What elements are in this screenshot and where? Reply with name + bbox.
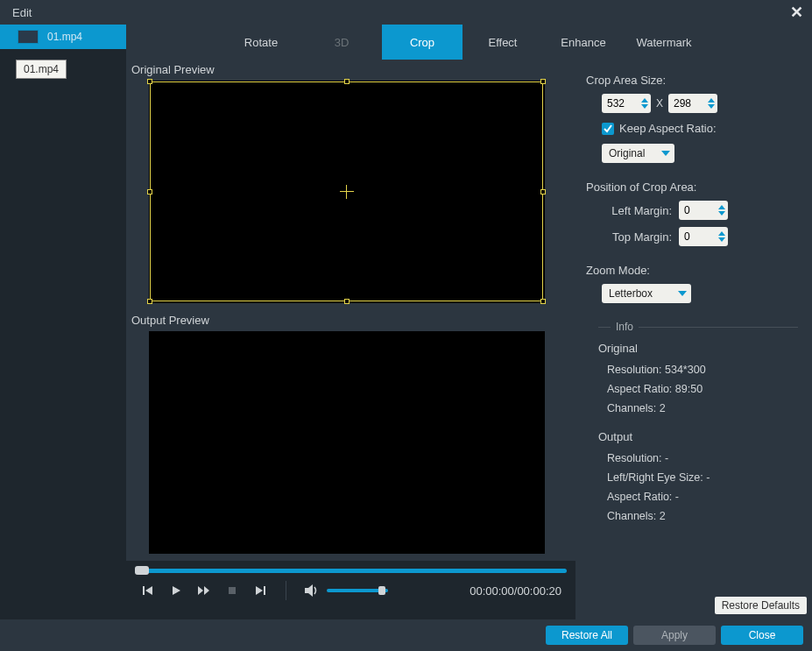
crop-frame[interactable] [150, 81, 543, 301]
file-name: 01.mp4 [47, 31, 82, 43]
svg-marker-12 [708, 104, 715, 109]
tabs-bar: Rotate 3D Crop Effect Enhance Watermark [126, 25, 812, 60]
info-output-channels: Channels: 2 [607, 506, 798, 526]
info-original: Original Resolution: 534*300 Aspect Rati… [598, 342, 798, 418]
svg-marker-3 [198, 586, 203, 595]
tab-enhance[interactable]: Enhance [543, 25, 624, 60]
file-tab[interactable]: 01.mp4 [0, 25, 126, 49]
separator [286, 581, 286, 600]
left-margin-spinner[interactable] [679, 201, 728, 220]
crop-handle-right[interactable] [540, 189, 546, 195]
svg-marker-6 [256, 586, 263, 595]
main-area: 01.mp4 01.mp4 Rotate 3D Crop Effect Enha… [0, 25, 812, 619]
info-output-eye: Left/Right Eye Size: - [607, 468, 798, 487]
seek-bar[interactable] [135, 566, 567, 575]
stop-button[interactable] [224, 583, 240, 598]
left-margin-input[interactable] [679, 204, 716, 216]
crop-handle-bottom[interactable] [344, 299, 350, 304]
crop-handle-top-right[interactable] [540, 79, 546, 84]
svg-marker-11 [708, 98, 715, 103]
play-button[interactable] [168, 583, 184, 598]
top-margin-label: Top Margin: [602, 230, 672, 244]
original-video [149, 81, 545, 303]
volume-thumb[interactable] [378, 586, 385, 595]
restore-defaults-button[interactable]: Restore Defaults [715, 597, 807, 614]
svg-marker-16 [718, 231, 725, 236]
settings-panel: Crop Area Size: X [575, 60, 812, 619]
prev-button[interactable] [140, 583, 156, 598]
volume-slider[interactable] [327, 589, 388, 592]
volume-control [304, 583, 388, 598]
tab-effect[interactable]: Effect [462, 25, 543, 60]
aspect-ratio-select[interactable]: Original [602, 144, 674, 163]
svg-rect-7 [264, 586, 265, 595]
crop-height-input[interactable] [668, 97, 705, 110]
info-output-aspect: Aspect Ratio: - [607, 487, 798, 506]
crosshair-icon [340, 185, 354, 199]
position-group: Position of Crop Area: Left Margin: To [586, 180, 798, 246]
svg-marker-14 [718, 205, 725, 209]
info-output-title: Output [598, 430, 798, 443]
info-output-resolution: Resolution: - [607, 449, 798, 468]
info-original-channels: Channels: 2 [607, 399, 798, 418]
chevron-down-icon [660, 150, 671, 157]
next-button[interactable] [252, 583, 268, 598]
controls-row: 00:00:00/00:00:20 [135, 575, 567, 606]
info-heading: Info [598, 321, 798, 333]
fast-forward-button[interactable] [196, 583, 212, 598]
file-tooltip: 01.mp4 [16, 60, 67, 79]
crop-height-spinner[interactable] [668, 94, 717, 113]
preview-column: Original Preview [126, 60, 575, 619]
tab-crop[interactable]: Crop [382, 25, 462, 60]
svg-marker-8 [305, 584, 313, 597]
top-margin-input[interactable] [679, 230, 716, 243]
left-margin-label: Left Margin: [602, 204, 672, 217]
close-icon[interactable]: ✕ [790, 4, 803, 20]
crop-handle-bottom-left[interactable] [147, 299, 152, 304]
svg-rect-0 [143, 586, 145, 595]
center-wrap: Rotate 3D Crop Effect Enhance Watermark … [126, 25, 812, 619]
crop-handle-bottom-right[interactable] [540, 299, 546, 304]
spinner-buttons-icon[interactable] [716, 231, 728, 242]
close-button[interactable]: Close [721, 626, 803, 645]
restore-all-button[interactable]: Restore All [546, 626, 628, 645]
workspace: Original Preview [126, 60, 812, 619]
apply-button: Apply [633, 626, 716, 645]
output-video [149, 331, 545, 554]
svg-marker-13 [661, 151, 670, 156]
info-original-resolution: Resolution: 534*300 [607, 360, 798, 379]
original-preview-stage [126, 79, 575, 310]
info-output: Output Resolution: - Left/Right Eye Size… [598, 430, 798, 526]
crop-width-input[interactable] [602, 97, 639, 110]
seek-thumb[interactable] [135, 566, 149, 575]
crop-handle-top-left[interactable] [147, 79, 152, 84]
crop-width-spinner[interactable] [602, 94, 651, 113]
spinner-buttons-icon[interactable] [705, 98, 717, 109]
zoom-label: Zoom Mode: [586, 264, 798, 277]
volume-icon[interactable] [304, 583, 320, 598]
zoom-mode-value: Letterbox [609, 287, 653, 300]
zoom-mode-select[interactable]: Letterbox [602, 284, 691, 303]
spinner-buttons-icon[interactable] [639, 98, 651, 109]
info-original-aspect: Aspect Ratio: 89:50 [607, 379, 798, 399]
keep-aspect-checkbox[interactable] [602, 123, 614, 135]
spinner-buttons-icon[interactable] [716, 205, 728, 216]
info-original-title: Original [598, 342, 798, 355]
output-preview-label: Output Preview [126, 310, 575, 329]
position-label: Position of Crop Area: [586, 180, 798, 194]
tab-watermark[interactable]: Watermark [624, 25, 704, 60]
playbar: 00:00:00/00:00:20 [126, 561, 575, 606]
file-thumb-icon [18, 30, 39, 44]
crop-handle-left[interactable] [147, 189, 152, 195]
svg-marker-1 [145, 586, 152, 595]
svg-marker-17 [718, 237, 725, 242]
titlebar: Edit ✕ [0, 0, 812, 25]
crop-handle-top[interactable] [344, 79, 350, 84]
top-margin-spinner[interactable] [679, 227, 728, 246]
output-preview-stage [126, 329, 575, 561]
info-head-label: Info [616, 321, 633, 333]
tab-rotate[interactable]: Rotate [221, 25, 301, 60]
svg-marker-10 [641, 104, 648, 109]
window-title: Edit [12, 6, 32, 19]
tab-3d: 3D [301, 25, 382, 60]
